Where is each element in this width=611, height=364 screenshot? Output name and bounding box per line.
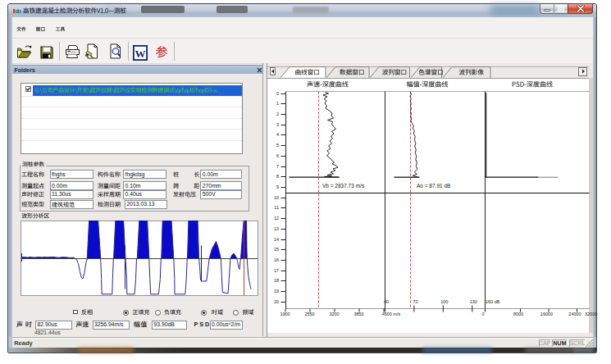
svg-text:W: W xyxy=(135,48,146,60)
